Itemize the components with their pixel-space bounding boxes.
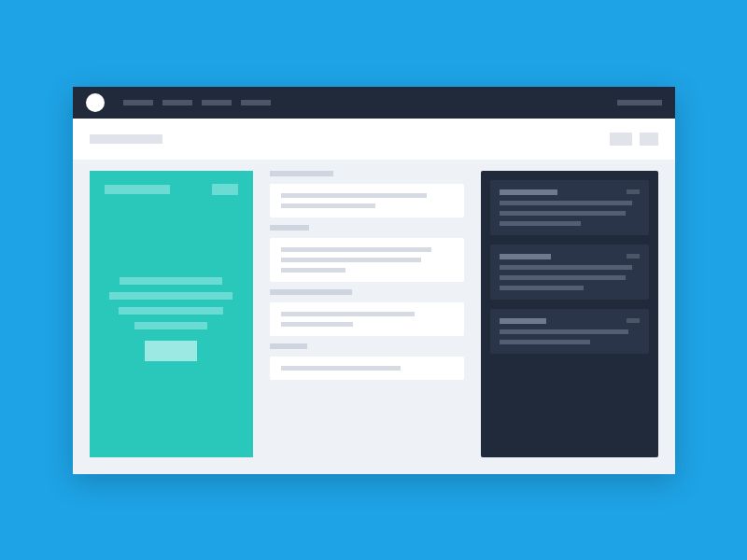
sidebar-line (500, 275, 626, 280)
promo-body (105, 195, 238, 444)
sidebar-line (500, 340, 591, 344)
page-title (90, 134, 162, 144)
sidebar-card-3[interactable] (490, 309, 649, 354)
sidebar-card-title (500, 254, 551, 259)
feed-line (281, 322, 353, 327)
promo-column (90, 171, 253, 457)
promo-line-1 (120, 277, 222, 285)
feed-card-2[interactable] (270, 238, 464, 282)
feed-card-3[interactable] (270, 302, 464, 336)
feed-line (281, 366, 402, 371)
nav-item-4[interactable] (241, 100, 271, 105)
header-action-b[interactable] (640, 133, 658, 146)
content-columns (73, 160, 675, 474)
section-title-2 (270, 225, 309, 231)
promo-tag (212, 184, 238, 195)
sidebar-card-title (500, 318, 546, 324)
feed-line (281, 258, 422, 262)
sidebar-card-1[interactable] (490, 180, 649, 235)
promo-heading (105, 185, 170, 194)
top-nav (73, 87, 675, 119)
section-title-1 (270, 171, 333, 176)
feed-card-4[interactable] (270, 357, 464, 380)
feed-line (281, 268, 346, 273)
section-title-3 (270, 289, 352, 295)
sidebar-column (481, 171, 658, 457)
header-action-a[interactable] (610, 133, 632, 146)
feed-line (281, 312, 416, 316)
app-window (73, 87, 675, 474)
sidebar-line (500, 329, 628, 334)
sidebar-card-2[interactable] (490, 245, 649, 300)
nav-links (123, 100, 271, 105)
promo-line-3 (119, 307, 223, 315)
promo-card (90, 171, 253, 457)
feed-column (270, 171, 464, 457)
section-title-4 (270, 343, 307, 349)
sub-header (73, 119, 675, 160)
feed-line (281, 247, 432, 252)
sidebar-line (500, 265, 633, 270)
sidebar-line (500, 286, 584, 290)
feed-line (281, 203, 375, 208)
nav-item-2[interactable] (162, 100, 192, 105)
sidebar-card-meta (627, 189, 640, 194)
promo-line-4 (134, 322, 207, 329)
sidebar-line (500, 221, 581, 226)
feed-line (281, 193, 427, 198)
sidebar-card-title (500, 189, 557, 195)
sidebar-card-meta (627, 318, 640, 323)
nav-right-action[interactable] (617, 100, 662, 105)
promo-cta-button[interactable] (145, 341, 197, 361)
sidebar-line (500, 211, 626, 216)
feed-card-1[interactable] (270, 184, 464, 217)
nav-item-3[interactable] (202, 100, 232, 105)
sidebar-line (500, 201, 633, 205)
sidebar-card-meta (627, 254, 640, 259)
logo-icon[interactable] (86, 93, 105, 112)
promo-line-2 (109, 292, 233, 300)
nav-item-1[interactable] (123, 100, 153, 105)
